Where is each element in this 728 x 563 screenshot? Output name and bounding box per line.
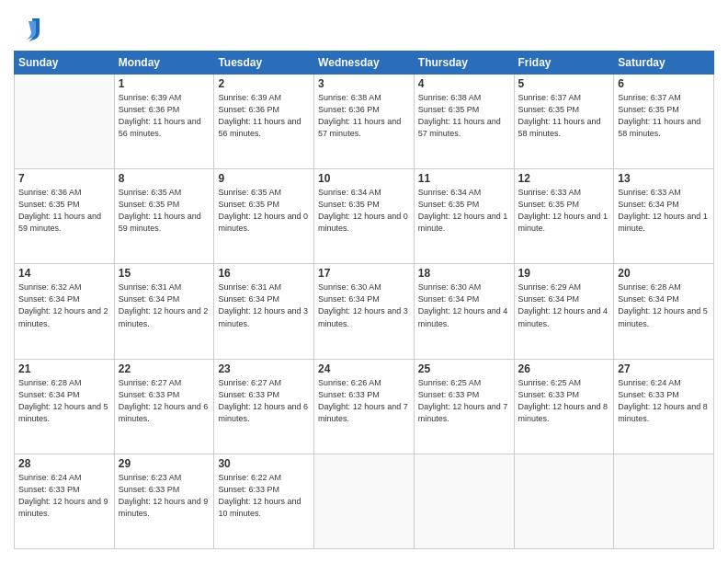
day-info: Sunrise: 6:25 AM Sunset: 6:33 PM Dayligh…	[418, 377, 510, 425]
day-info: Sunrise: 6:37 AM Sunset: 6:35 PM Dayligh…	[518, 92, 610, 140]
logo-icon	[14, 14, 41, 41]
calendar-cell-2-7: 13Sunrise: 6:33 AM Sunset: 6:34 PM Dayli…	[614, 169, 714, 264]
day-info: Sunrise: 6:32 AM Sunset: 6:34 PM Dayligh…	[18, 282, 110, 329]
calendar-cell-4-5: 25Sunrise: 6:25 AM Sunset: 6:33 PM Dayli…	[414, 359, 514, 454]
calendar-header-row: SundayMondayTuesdayWednesdayThursdayFrid…	[15, 52, 714, 75]
calendar-cell-3-7: 20Sunrise: 6:28 AM Sunset: 6:34 PM Dayli…	[614, 264, 714, 359]
day-info: Sunrise: 6:38 AM Sunset: 6:36 PM Dayligh…	[318, 92, 410, 140]
day-number: 4	[418, 77, 510, 90]
day-number: 10	[318, 172, 410, 185]
calendar-header-tuesday: Tuesday	[214, 52, 314, 75]
day-info: Sunrise: 6:22 AM Sunset: 6:33 PM Dayligh…	[218, 472, 310, 520]
calendar-cell-5-4	[314, 454, 415, 548]
day-info: Sunrise: 6:33 AM Sunset: 6:34 PM Dayligh…	[618, 187, 710, 235]
day-number: 5	[518, 77, 610, 90]
calendar-cell-1-2: 1Sunrise: 6:39 AM Sunset: 6:36 PM Daylig…	[114, 75, 214, 169]
calendar-cell-5-5	[414, 454, 514, 548]
day-number: 8	[119, 172, 210, 185]
day-number: 3	[318, 77, 410, 90]
day-number: 12	[518, 172, 610, 185]
calendar-cell-1-7: 6Sunrise: 6:37 AM Sunset: 6:35 PM Daylig…	[614, 75, 714, 169]
day-number: 15	[119, 267, 210, 280]
day-number: 26	[518, 362, 610, 375]
day-number: 1	[119, 77, 210, 90]
day-info: Sunrise: 6:37 AM Sunset: 6:35 PM Dayligh…	[618, 92, 710, 140]
day-number: 24	[318, 362, 410, 375]
calendar-header-wednesday: Wednesday	[314, 52, 415, 75]
calendar-cell-5-7	[614, 454, 714, 548]
calendar-week-3: 14Sunrise: 6:32 AM Sunset: 6:34 PM Dayli…	[15, 264, 714, 359]
calendar-cell-5-6	[514, 454, 614, 548]
day-number: 11	[418, 172, 510, 185]
day-number: 2	[218, 77, 310, 90]
day-number: 20	[618, 267, 710, 280]
day-number: 22	[119, 362, 210, 375]
day-info: Sunrise: 6:23 AM Sunset: 6:33 PM Dayligh…	[119, 472, 210, 520]
day-number: 14	[18, 267, 110, 280]
day-info: Sunrise: 6:30 AM Sunset: 6:34 PM Dayligh…	[318, 282, 410, 329]
calendar-week-5: 28Sunrise: 6:24 AM Sunset: 6:33 PM Dayli…	[15, 454, 714, 548]
calendar-cell-2-6: 12Sunrise: 6:33 AM Sunset: 6:35 PM Dayli…	[514, 169, 614, 264]
day-number: 23	[218, 362, 310, 375]
calendar-cell-4-3: 23Sunrise: 6:27 AM Sunset: 6:33 PM Dayli…	[214, 359, 314, 454]
day-info: Sunrise: 6:39 AM Sunset: 6:36 PM Dayligh…	[218, 92, 310, 140]
calendar-table: SundayMondayTuesdayWednesdayThursdayFrid…	[14, 51, 714, 549]
day-number: 19	[518, 267, 610, 280]
day-number: 16	[218, 267, 310, 280]
calendar-cell-4-4: 24Sunrise: 6:26 AM Sunset: 6:33 PM Dayli…	[314, 359, 415, 454]
day-number: 18	[418, 267, 510, 280]
calendar-cell-1-4: 3Sunrise: 6:38 AM Sunset: 6:36 PM Daylig…	[314, 75, 415, 169]
day-info: Sunrise: 6:25 AM Sunset: 6:33 PM Dayligh…	[518, 377, 610, 425]
day-number: 28	[18, 457, 110, 470]
day-info: Sunrise: 6:35 AM Sunset: 6:35 PM Dayligh…	[218, 187, 310, 235]
day-info: Sunrise: 6:26 AM Sunset: 6:33 PM Dayligh…	[318, 377, 410, 425]
calendar-cell-1-1	[15, 75, 115, 169]
day-info: Sunrise: 6:24 AM Sunset: 6:33 PM Dayligh…	[18, 472, 110, 520]
day-number: 29	[119, 457, 210, 470]
day-info: Sunrise: 6:34 AM Sunset: 6:35 PM Dayligh…	[418, 187, 510, 235]
calendar-cell-1-6: 5Sunrise: 6:37 AM Sunset: 6:35 PM Daylig…	[514, 75, 614, 169]
calendar-week-4: 21Sunrise: 6:28 AM Sunset: 6:34 PM Dayli…	[15, 359, 714, 454]
day-number: 25	[418, 362, 510, 375]
calendar-cell-3-1: 14Sunrise: 6:32 AM Sunset: 6:34 PM Dayli…	[15, 264, 115, 359]
page: SundayMondayTuesdayWednesdayThursdayFrid…	[0, 0, 728, 563]
calendar-cell-5-3: 30Sunrise: 6:22 AM Sunset: 6:33 PM Dayli…	[214, 454, 314, 548]
day-info: Sunrise: 6:31 AM Sunset: 6:34 PM Dayligh…	[218, 282, 310, 329]
calendar-cell-3-6: 19Sunrise: 6:29 AM Sunset: 6:34 PM Dayli…	[514, 264, 614, 359]
calendar-cell-2-4: 10Sunrise: 6:34 AM Sunset: 6:35 PM Dayli…	[314, 169, 415, 264]
calendar-cell-1-3: 2Sunrise: 6:39 AM Sunset: 6:36 PM Daylig…	[214, 75, 314, 169]
calendar-week-2: 7Sunrise: 6:36 AM Sunset: 6:35 PM Daylig…	[15, 169, 714, 264]
calendar-cell-2-5: 11Sunrise: 6:34 AM Sunset: 6:35 PM Dayli…	[414, 169, 514, 264]
calendar-cell-4-7: 27Sunrise: 6:24 AM Sunset: 6:33 PM Dayli…	[614, 359, 714, 454]
day-info: Sunrise: 6:38 AM Sunset: 6:35 PM Dayligh…	[418, 92, 510, 140]
day-info: Sunrise: 6:31 AM Sunset: 6:34 PM Dayligh…	[119, 282, 210, 329]
day-info: Sunrise: 6:34 AM Sunset: 6:35 PM Dayligh…	[318, 187, 410, 235]
day-info: Sunrise: 6:28 AM Sunset: 6:34 PM Dayligh…	[18, 377, 110, 425]
calendar-cell-3-4: 17Sunrise: 6:30 AM Sunset: 6:34 PM Dayli…	[314, 264, 415, 359]
calendar-cell-3-2: 15Sunrise: 6:31 AM Sunset: 6:34 PM Dayli…	[114, 264, 214, 359]
calendar-cell-4-6: 26Sunrise: 6:25 AM Sunset: 6:33 PM Dayli…	[514, 359, 614, 454]
calendar-cell-3-3: 16Sunrise: 6:31 AM Sunset: 6:34 PM Dayli…	[214, 264, 314, 359]
calendar-cell-2-2: 8Sunrise: 6:35 AM Sunset: 6:35 PM Daylig…	[114, 169, 214, 264]
calendar-cell-5-2: 29Sunrise: 6:23 AM Sunset: 6:33 PM Dayli…	[114, 454, 214, 548]
calendar-cell-4-1: 21Sunrise: 6:28 AM Sunset: 6:34 PM Dayli…	[15, 359, 115, 454]
day-number: 13	[618, 172, 710, 185]
calendar-cell-1-5: 4Sunrise: 6:38 AM Sunset: 6:35 PM Daylig…	[414, 75, 514, 169]
day-info: Sunrise: 6:39 AM Sunset: 6:36 PM Dayligh…	[119, 92, 210, 140]
calendar-header-saturday: Saturday	[614, 52, 714, 75]
day-info: Sunrise: 6:27 AM Sunset: 6:33 PM Dayligh…	[119, 377, 210, 425]
calendar-header-monday: Monday	[114, 52, 214, 75]
day-number: 21	[18, 362, 110, 375]
day-info: Sunrise: 6:36 AM Sunset: 6:35 PM Dayligh…	[18, 187, 110, 235]
day-info: Sunrise: 6:33 AM Sunset: 6:35 PM Dayligh…	[518, 187, 610, 235]
logo	[14, 14, 45, 41]
calendar-cell-2-3: 9Sunrise: 6:35 AM Sunset: 6:35 PM Daylig…	[214, 169, 314, 264]
day-number: 6	[618, 77, 710, 90]
day-number: 27	[618, 362, 710, 375]
day-number: 17	[318, 267, 410, 280]
day-info: Sunrise: 6:28 AM Sunset: 6:34 PM Dayligh…	[618, 282, 710, 329]
day-info: Sunrise: 6:24 AM Sunset: 6:33 PM Dayligh…	[618, 377, 710, 425]
calendar-cell-4-2: 22Sunrise: 6:27 AM Sunset: 6:33 PM Dayli…	[114, 359, 214, 454]
day-number: 30	[218, 457, 310, 470]
header	[14, 14, 714, 41]
